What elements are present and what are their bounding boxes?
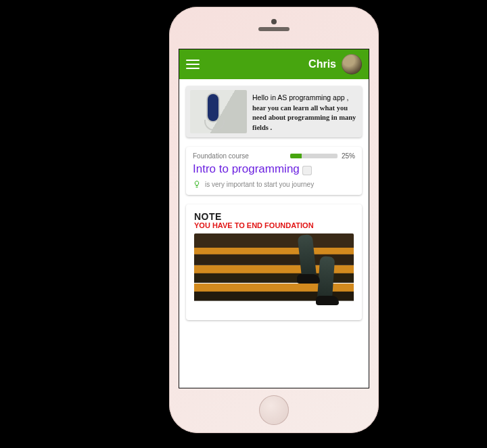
note-image <box>194 233 354 313</box>
device-frame: Chris Hello in AS programming app , hear… <box>169 7 379 433</box>
progress-percent: 25% <box>342 152 355 160</box>
progress-fill <box>290 154 302 158</box>
app-bar: Chris <box>179 49 369 79</box>
welcome-image <box>190 90 247 133</box>
note-warning: YOU HAVE TO END FOUNDATION <box>194 221 354 229</box>
course-title-row: Intro to programming <box>193 162 355 176</box>
lightbulb-icon <box>193 180 201 188</box>
course-hint-row: is very important to start you journey <box>193 180 355 188</box>
app-screen: Chris Hello in AS programming app , hear… <box>179 49 369 388</box>
course-category: Foundation course <box>193 152 249 160</box>
welcome-text: Hello in AS programming app , hear you c… <box>252 90 358 133</box>
device-speaker <box>258 27 289 31</box>
dice-icon <box>302 166 312 175</box>
header-username[interactable]: Chris <box>308 58 336 70</box>
home-button[interactable] <box>259 395 289 425</box>
main-content: Hello in AS programming app , hear you c… <box>179 79 369 388</box>
course-hint: is very important to start you journey <box>205 181 314 188</box>
course-title: Intro to programming <box>193 162 300 176</box>
welcome-greeting: Hello in AS programming app , <box>252 93 358 102</box>
note-card[interactable]: NOTE YOU HAVE TO END FOUNDATION <box>186 204 362 320</box>
device-camera <box>271 19 277 24</box>
welcome-subtext: hear you can learn all what you need abo… <box>252 104 358 133</box>
course-progress: 25% <box>290 152 355 160</box>
menu-icon[interactable] <box>186 60 200 69</box>
welcome-card[interactable]: Hello in AS programming app , hear you c… <box>186 86 362 137</box>
course-card[interactable]: Foundation course 25% Intro to programmi… <box>186 147 362 195</box>
note-heading: NOTE <box>194 211 354 222</box>
avatar[interactable] <box>342 54 362 74</box>
